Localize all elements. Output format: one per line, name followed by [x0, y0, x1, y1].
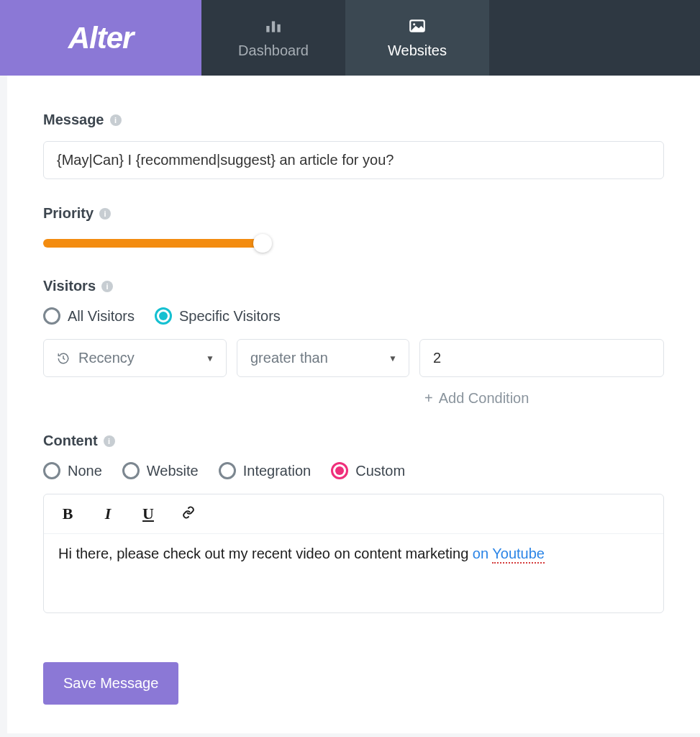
info-icon[interactable]: i	[110, 114, 122, 126]
info-icon[interactable]: i	[101, 281, 113, 292]
slider-track	[43, 239, 259, 248]
italic-button[interactable]: I	[99, 505, 117, 523]
message-label-text: Message	[43, 112, 104, 128]
rich-text-editor: B I U Hi there, please check out my rece…	[43, 494, 664, 613]
radio-content-custom-label: Custom	[355, 463, 405, 479]
bold-button[interactable]: B	[58, 505, 77, 523]
brand-logo-area[interactable]: Alter	[0, 0, 201, 76]
radio-content-website-label: Website	[147, 463, 199, 479]
condition-value-input[interactable]	[419, 339, 664, 377]
chevron-down-icon: ▼	[206, 353, 214, 363]
priority-section: Priority i	[43, 205, 664, 252]
condition-operator-select[interactable]: greater than ▼	[237, 339, 409, 377]
priority-label-text: Priority	[43, 205, 94, 222]
bar-chart-icon	[264, 17, 283, 35]
radio-content-custom[interactable]: Custom	[331, 462, 405, 479]
image-icon	[408, 17, 427, 35]
content-radio-group: None Website Integration Custom	[43, 462, 664, 479]
condition-operator-value: greater than	[250, 350, 328, 366]
radio-circle-icon	[219, 462, 236, 479]
svg-rect-1	[272, 22, 275, 32]
editor-toolbar: B I U	[44, 494, 663, 534]
radio-circle-icon	[122, 462, 140, 479]
condition-row: Recency ▼ greater than ▼	[43, 339, 664, 377]
priority-label: Priority i	[43, 205, 664, 222]
plus-icon: +	[424, 390, 433, 407]
radio-content-integration[interactable]: Integration	[219, 462, 312, 479]
editor-link-part1[interactable]: on	[473, 546, 492, 561]
visitors-section: Visitors i All Visitors Specific Visitor…	[43, 278, 664, 407]
slider-thumb[interactable]	[253, 234, 272, 253]
radio-all-visitors-label: All Visitors	[68, 308, 135, 325]
svg-point-4	[413, 23, 415, 25]
top-nav: Alter Dashboard Websites	[0, 0, 700, 76]
visitors-label-text: Visitors	[43, 278, 96, 294]
link-button[interactable]	[179, 505, 198, 523]
add-condition-label: Add Condition	[439, 390, 529, 407]
nav-dashboard-label: Dashboard	[238, 42, 309, 59]
radio-all-visitors[interactable]: All Visitors	[43, 307, 135, 325]
nav-websites[interactable]: Websites	[345, 0, 489, 76]
editor-body[interactable]: Hi there, please check out my recent vid…	[44, 534, 663, 612]
radio-content-none[interactable]: None	[43, 462, 102, 479]
save-message-button[interactable]: Save Message	[43, 662, 178, 705]
message-section: Message i	[43, 112, 664, 179]
nav-dashboard[interactable]: Dashboard	[201, 0, 345, 76]
radio-specific-visitors[interactable]: Specific Visitors	[155, 307, 281, 325]
radio-circle-icon	[43, 307, 60, 325]
content-label-text: Content	[43, 433, 98, 449]
radio-content-none-label: None	[68, 463, 102, 479]
radio-circle-icon	[331, 462, 348, 479]
message-label: Message i	[43, 112, 664, 128]
link-icon	[180, 506, 197, 519]
svg-rect-0	[266, 26, 269, 32]
content-label: Content i	[43, 433, 664, 449]
chevron-down-icon: ▼	[388, 353, 397, 363]
radio-content-website[interactable]: Website	[122, 462, 199, 479]
visitors-radio-group: All Visitors Specific Visitors	[43, 307, 664, 325]
editor-text: Hi there, please check out my recent vid…	[58, 546, 473, 561]
radio-content-integration-label: Integration	[243, 463, 312, 479]
info-icon[interactable]: i	[99, 208, 111, 220]
nav-websites-label: Websites	[388, 42, 447, 59]
info-icon[interactable]: i	[104, 435, 115, 447]
radio-circle-icon	[43, 462, 60, 479]
radio-circle-icon	[155, 307, 172, 325]
add-condition-button[interactable]: + Add Condition	[424, 390, 664, 407]
visitors-label: Visitors i	[43, 278, 664, 294]
priority-slider[interactable]	[43, 235, 273, 252]
condition-field-select[interactable]: Recency ▼	[43, 339, 227, 377]
condition-field-value: Recency	[78, 350, 135, 366]
history-icon	[57, 352, 70, 365]
radio-specific-visitors-label: Specific Visitors	[179, 308, 281, 325]
editor-link-youtube[interactable]: Youtube	[492, 546, 545, 564]
underline-button[interactable]: U	[139, 505, 158, 523]
svg-rect-2	[277, 24, 280, 32]
form-panel: Message i Priority i Visitors i All Visi…	[7, 76, 700, 733]
content-section: Content i None Website Integration Custo…	[43, 433, 664, 613]
brand-logo-text: Alter	[68, 21, 134, 55]
message-input[interactable]	[43, 141, 664, 179]
